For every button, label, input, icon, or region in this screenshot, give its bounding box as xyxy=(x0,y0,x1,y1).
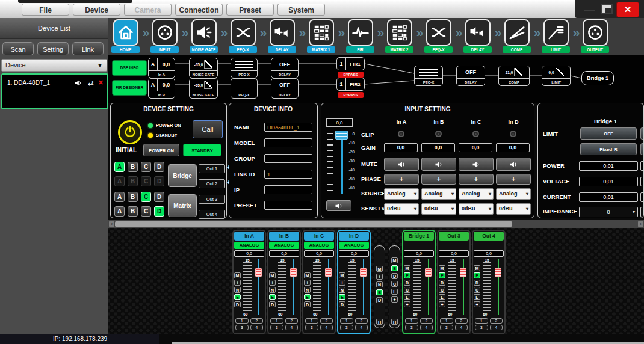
hold-button[interactable]: H xyxy=(391,319,398,325)
mute-button[interactable] xyxy=(421,158,456,171)
phase-button[interactable]: + xyxy=(376,274,383,280)
flow-comp-block[interactable]: 21,0 COMP xyxy=(498,66,530,86)
voltage-field[interactable]: 0,01 xyxy=(640,177,644,186)
group-field[interactable] xyxy=(264,154,312,163)
route-d4[interactable]: D xyxy=(154,206,164,217)
toolbar-peqx-2[interactable]: PEQ-X xyxy=(424,19,453,53)
voltage-field[interactable]: 0,01 xyxy=(579,177,638,186)
route-button-3[interactable]: 3 xyxy=(270,325,283,330)
delay-button[interactable]: D xyxy=(269,301,276,307)
flow-peq-block-master[interactable]: PEQ-X xyxy=(414,66,443,86)
toolbar-output[interactable]: OUTPUT xyxy=(581,19,609,53)
comp-button[interactable]: C xyxy=(404,287,410,293)
route-button-3[interactable]: 3 xyxy=(340,325,353,330)
fader-value[interactable]: 0,0 xyxy=(269,250,299,257)
comp-button[interactable]: C xyxy=(474,287,480,293)
toolbar-fir[interactable]: FIR xyxy=(346,19,374,53)
flow-bridge1-node[interactable]: Bridge 1 xyxy=(581,71,614,85)
mute-button[interactable]: M xyxy=(439,265,445,271)
route-button-3[interactable]: 3 xyxy=(440,325,453,330)
route-button-4[interactable]: 4 xyxy=(420,325,433,330)
fader-value[interactable]: 0,0 xyxy=(474,250,504,257)
toolbar-delay-1[interactable]: DELAY xyxy=(268,19,296,53)
route-button-2[interactable]: 2 xyxy=(250,318,264,324)
fader-track[interactable] xyxy=(425,259,432,315)
gain-field[interactable]: 0,0 xyxy=(421,143,455,152)
delay-button[interactable]: D xyxy=(339,301,345,307)
toolbar-comp[interactable]: COMP xyxy=(503,19,531,53)
delay-button[interactable]: D xyxy=(404,280,410,286)
mute-button[interactable] xyxy=(496,158,531,171)
phase-button[interactable]: + xyxy=(459,174,494,185)
standby-button[interactable]: STANDBY xyxy=(183,144,221,156)
phase-button[interactable]: + xyxy=(421,174,456,185)
speaker-icon[interactable] xyxy=(75,80,82,87)
route-button-1[interactable]: 1 xyxy=(235,318,249,324)
noisegate-button[interactable]: N xyxy=(339,287,345,293)
menu-file[interactable]: File xyxy=(22,4,69,16)
flow-peq-block-a[interactable]: PEQ-X xyxy=(231,58,258,78)
master-fader[interactable]: 0 -10 -20 -30 -40 -50 -60 xyxy=(326,129,355,198)
flow-fir1-block[interactable]: 1FIR1 xyxy=(336,57,365,70)
channel-label[interactable]: Out 3 xyxy=(439,232,469,241)
comp-button[interactable]: C xyxy=(439,287,445,293)
route-button-4[interactable]: 4 xyxy=(490,325,503,330)
route-d3[interactable]: D xyxy=(154,192,164,202)
mute-button[interactable]: M xyxy=(474,265,480,271)
fader-track[interactable] xyxy=(255,259,262,315)
device-dropdown[interactable]: Device ▼ xyxy=(1,59,107,72)
noisegate-button[interactable]: N xyxy=(234,287,241,293)
menu-preset[interactable]: Preset xyxy=(226,4,274,16)
source-dropdown[interactable]: Analog▾ xyxy=(421,188,456,200)
mute-button[interactable]: M xyxy=(391,257,398,263)
route-button-3[interactable]: 3 xyxy=(235,325,249,330)
delay-button[interactable]: D xyxy=(304,301,311,307)
route-button-1[interactable]: 1 xyxy=(405,318,418,324)
sens-dropdown[interactable]: 0dBu▾ xyxy=(496,203,531,215)
scrollbar-thumb[interactable] xyxy=(115,221,512,227)
sens-dropdown[interactable]: 0dBu▾ xyxy=(384,203,419,215)
toolbar-home[interactable]: HOME xyxy=(111,19,140,53)
sens-dropdown[interactable]: 0dBu▾ xyxy=(459,203,494,215)
route-button-2[interactable]: 2 xyxy=(490,318,503,324)
route-b3[interactable]: B xyxy=(128,192,138,202)
noisegate-button[interactable]: N xyxy=(304,287,311,293)
phase-button[interactable]: + xyxy=(384,174,419,185)
gain-field[interactable]: 0,0 xyxy=(496,143,530,152)
noisegate-button[interactable]: N xyxy=(376,281,383,287)
route-button-2[interactable]: 2 xyxy=(320,318,333,324)
ip-field[interactable] xyxy=(264,185,312,194)
delay-button[interactable]: D xyxy=(376,297,383,303)
toolbar-peqx-1[interactable]: PEQ-X xyxy=(229,19,257,53)
route-button-1[interactable]: 1 xyxy=(475,318,488,324)
route-button-2[interactable]: 2 xyxy=(355,318,368,324)
phase-button[interactable]: + xyxy=(304,280,311,286)
power-field[interactable]: 0,01 xyxy=(640,161,644,171)
out4-box[interactable]: Out 4 xyxy=(199,210,225,219)
phase-button[interactable]: + xyxy=(404,301,410,307)
flow-peq-block-b[interactable]: PEQ-X xyxy=(231,78,258,99)
menu-connection[interactable]: Connection xyxy=(175,4,223,16)
eq-button[interactable]: E xyxy=(376,289,383,295)
route-button-3[interactable]: 3 xyxy=(405,325,418,330)
power-on-button[interactable]: POWER ON xyxy=(143,144,179,156)
limit-button[interactable]: L xyxy=(474,294,480,300)
menu-device[interactable]: Device xyxy=(73,4,120,16)
route-d1[interactable]: D xyxy=(154,162,164,172)
eq-button[interactable]: E xyxy=(391,265,398,271)
remove-device-icon[interactable]: ✕ xyxy=(98,79,104,87)
channel-label[interactable]: In A xyxy=(234,232,264,241)
fader-value[interactable]: 0,0 xyxy=(339,250,369,257)
fader-value[interactable]: 0,0 xyxy=(404,250,434,257)
phase-button[interactable]: + xyxy=(339,280,345,286)
route-a3[interactable]: A xyxy=(114,192,125,202)
menu-system[interactable]: System xyxy=(277,4,325,16)
mode-button[interactable]: Fixed-R xyxy=(580,143,637,155)
fader-value[interactable]: 0,0 xyxy=(304,250,334,257)
flow-delay-block-master[interactable]: OFF DELAY xyxy=(456,66,485,86)
impedance-dropdown[interactable]: 8▾ xyxy=(640,207,644,217)
mode-button[interactable]: Fixed-R xyxy=(640,143,644,155)
out1-box[interactable]: Out 1 xyxy=(199,164,225,173)
call-button[interactable]: Call xyxy=(193,120,223,138)
channel-label[interactable]: In D xyxy=(339,232,369,241)
